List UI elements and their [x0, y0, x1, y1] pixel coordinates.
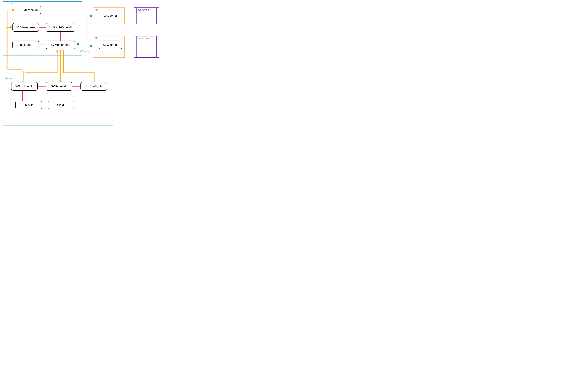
- node-label: SVMonitor.exe: [51, 43, 70, 46]
- node-label: SVClient.dll: [103, 43, 118, 46]
- edge-tcp-branch-api1: [87, 16, 93, 44]
- edge-label-tcpcom: TCP/COM: [78, 49, 90, 52]
- node-label: SVGraphPanel.dll: [49, 26, 72, 29]
- node-libuv: libuv.lib: [15, 101, 42, 109]
- node-svclient-2: SVClient.dll: [99, 41, 122, 49]
- node-label: SVServer.dll: [51, 84, 67, 88]
- node-label: sqlite.dll: [20, 43, 31, 46]
- user-device-2: User device: [134, 36, 159, 58]
- user-device-1: User device: [134, 7, 159, 24]
- node-svauxfunc: SVAuxFunc.lib: [11, 82, 38, 91]
- user-device-1-decoration: [136, 8, 157, 24]
- node-label: SVAuxFunc.lib: [15, 84, 34, 88]
- node-svstatpanel: SVStatPanel.dll: [15, 6, 41, 14]
- diagram-canvas: GUI Qt Backend API API User device User …: [0, 0, 190, 130]
- node-label: libuv.lib: [24, 103, 33, 107]
- node-svviewer: SVViewer.exe: [13, 23, 39, 32]
- node-zlib: zlib.dll: [48, 101, 74, 109]
- node-label: SVStatPanel.dll: [17, 8, 38, 12]
- node-label: SVClient.dll: [103, 14, 118, 18]
- group-gui-qt-label: GUI Qt: [5, 2, 12, 5]
- node-svconfig: SVConfig.lib: [80, 82, 107, 91]
- node-sqlite: sqlite.dll: [13, 41, 39, 49]
- node-label: SVConfig.lib: [85, 84, 102, 88]
- node-svmonitor: SVMonitor.exe: [46, 41, 75, 49]
- node-svgraphpanel: SVGraphPanel.dll: [46, 23, 75, 32]
- node-label: SVViewer.exe: [16, 26, 35, 29]
- user-device-2-decoration: [136, 36, 157, 57]
- group-api-2-label: API: [94, 37, 99, 40]
- node-label: zlib.dll: [57, 103, 65, 107]
- group-backend-label: Backend: [5, 77, 14, 80]
- node-svclient-1: SVClient.dll: [99, 12, 122, 20]
- node-svserver: SVServer.dll: [46, 82, 72, 91]
- group-api-1-label: API: [94, 8, 99, 11]
